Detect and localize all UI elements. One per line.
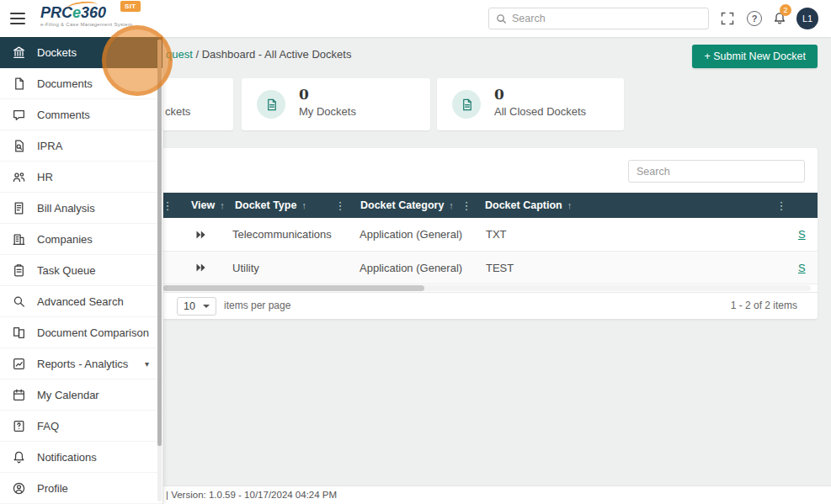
people-icon (12, 170, 26, 184)
top-bar: PRCe360 e-Filing & Case Management Syste… (0, 0, 831, 37)
sidebar-item-notifications[interactable]: Notifications (0, 442, 162, 473)
column-label: Docket Category (360, 199, 444, 211)
logo-tagline: e-Filing & Case Management System (40, 22, 132, 27)
breadcrumb-link[interactable]: quest (166, 48, 193, 61)
column-header-docket-caption[interactable]: Docket Caption ↑ (485, 193, 572, 218)
horizontal-scrollbar-thumb[interactable] (163, 285, 424, 291)
sidebar-item-faq[interactable]: FAQ (0, 411, 162, 442)
user-avatar[interactable]: L1 (796, 8, 818, 29)
sidebar-item-dockets[interactable]: Dockets (0, 37, 162, 68)
sidebar-item-profile[interactable]: Profile (0, 473, 162, 504)
global-search-input[interactable] (512, 13, 701, 24)
sidebar-item-reports-analytics[interactable]: Reports - Analytics ▾ (0, 348, 162, 379)
pager-range-label: 1 - 2 of 2 items (731, 293, 797, 319)
notification-count-badge: 2 (780, 4, 791, 16)
faq-icon (12, 419, 26, 433)
stat-count: 0 (299, 86, 309, 103)
sidebar-item-label: Document Comparison (37, 326, 149, 339)
cell-docket-type: Telecommunications (232, 218, 332, 251)
column-label: View (191, 199, 215, 211)
building-icon (12, 232, 26, 247)
version-label: | Version: 1.0.59 - 10/17/2024 04:24 PM (166, 486, 337, 504)
horizontal-scrollbar-track (52, 285, 811, 291)
expand-row-button[interactable] (195, 252, 209, 284)
sidebar-item-ipra[interactable]: IPRA (0, 130, 162, 162)
dockets-icon (12, 45, 26, 60)
column-header-docket-category[interactable]: Docket Category ↑ (360, 193, 454, 218)
breadcrumb-current: / Dashboard - All Active Dockets (193, 48, 352, 61)
breadcrumb: quest / Dashboard - All Active Dockets (166, 48, 351, 61)
sidebar-item-label: Dockets (37, 46, 77, 59)
page-size-value: 10 (184, 300, 195, 312)
column-menu-kebab-icon[interactable]: ⋮ (162, 193, 173, 218)
grid-header-row: ⋮ View ↑ Docket Type ↑ ⋮ Docket Category… (51, 193, 818, 218)
stat-card-label-fragment: ckets (165, 105, 190, 118)
global-search (488, 8, 709, 29)
cell-docket-type: Utility (232, 252, 259, 284)
grid-search-input[interactable] (628, 160, 805, 183)
cell-docket-caption: TXT (486, 218, 507, 251)
fullscreen-button[interactable] (720, 11, 735, 26)
table-row[interactable]: Telecommunications Application (General)… (51, 218, 818, 252)
stat-label: All Closed Dockets (494, 105, 586, 118)
stat-card-my-dockets[interactable]: 0 My Dockets (242, 78, 430, 130)
sidebar-nav: Dockets Documents Comments IPRA HR Bill … (0, 37, 163, 504)
grid-pager: 10 items per page 1 - 2 of 2 items (51, 292, 818, 319)
sidebar-item-hr[interactable]: HR (0, 162, 162, 193)
row-action-link[interactable]: S (798, 252, 806, 284)
sidebar-item-document-comparison[interactable]: Document Comparison (0, 317, 162, 348)
sidebar-item-label: Notifications (37, 451, 97, 464)
docket-file-icon (452, 90, 481, 119)
sidebar-item-label: Task Queue (37, 264, 95, 277)
sidebar-item-label: FAQ (37, 420, 59, 432)
sidebar-item-label: Advanced Search (37, 295, 124, 308)
sidebar-item-label: IPRA (37, 140, 62, 152)
sidebar-item-label: Documents (37, 77, 93, 90)
sidebar-item-documents[interactable]: Documents (0, 68, 162, 99)
sidebar-item-companies[interactable]: Companies (0, 224, 162, 255)
fast-forward-icon (195, 263, 206, 273)
sidebar-item-my-calendar[interactable]: My Calendar (0, 379, 162, 411)
calendar-icon (12, 388, 26, 402)
sort-asc-icon: ↑ (449, 200, 454, 210)
sidebar-item-label: Comments (37, 109, 90, 121)
sidebar-item-comments[interactable]: Comments (0, 99, 162, 130)
expand-row-button[interactable] (195, 218, 209, 251)
dockets-grid-card: ⋮ View ↑ Docket Type ↑ ⋮ Docket Category… (51, 148, 818, 319)
documents-icon (12, 77, 26, 91)
submit-new-docket-button[interactable]: + Submit New Docket (692, 45, 818, 68)
column-menu-kebab-icon[interactable]: ⋮ (461, 193, 471, 218)
sidebar-item-bill-analysis[interactable]: Bill Analysis (0, 193, 162, 224)
notifications-button[interactable]: 2 (772, 11, 787, 26)
stat-label: My Dockets (299, 105, 356, 118)
bell-icon (12, 450, 26, 464)
sort-asc-icon: ↑ (301, 200, 306, 210)
column-header-view[interactable]: View ↑ (191, 193, 225, 218)
bill-analysis-icon (12, 201, 26, 215)
app-window: quest / Dashboard - All Active Dockets +… (0, 0, 831, 504)
column-menu-kebab-icon[interactable]: ⋮ (776, 193, 786, 218)
advanced-search-icon (12, 294, 26, 309)
comments-icon (12, 108, 26, 122)
column-menu-kebab-icon[interactable]: ⋮ (335, 193, 345, 218)
column-header-docket-type[interactable]: Docket Type ↑ (235, 193, 306, 218)
profile-icon (12, 481, 26, 496)
sidebar-item-task-queue[interactable]: Task Queue (0, 255, 162, 286)
sidebar-item-advanced-search[interactable]: Advanced Search (0, 286, 162, 317)
sidebar-item-label: My Calendar (37, 389, 99, 401)
environment-badge: SIT (120, 1, 141, 12)
sidebar-item-label: Reports - Analytics (37, 358, 128, 370)
sidebar-item-label: HR (37, 171, 53, 183)
stat-card-closed-dockets[interactable]: 0 All Closed Dockets (437, 78, 624, 130)
table-row[interactable]: Utility Application (General) TEST S (51, 252, 818, 284)
help-button[interactable]: ? (747, 11, 762, 26)
page-size-select[interactable]: 10 (177, 297, 216, 316)
reports-analytics-icon (12, 357, 26, 371)
fullscreen-icon (720, 11, 735, 26)
cell-docket-caption: TEST (486, 252, 514, 284)
column-label: Docket Caption (485, 199, 562, 211)
sidebar-scrollbar-thumb[interactable] (157, 40, 162, 446)
menu-toggle-button[interactable] (10, 13, 25, 24)
row-action-link[interactable]: S (798, 218, 806, 251)
logo-text: PRCe360 (40, 4, 132, 21)
